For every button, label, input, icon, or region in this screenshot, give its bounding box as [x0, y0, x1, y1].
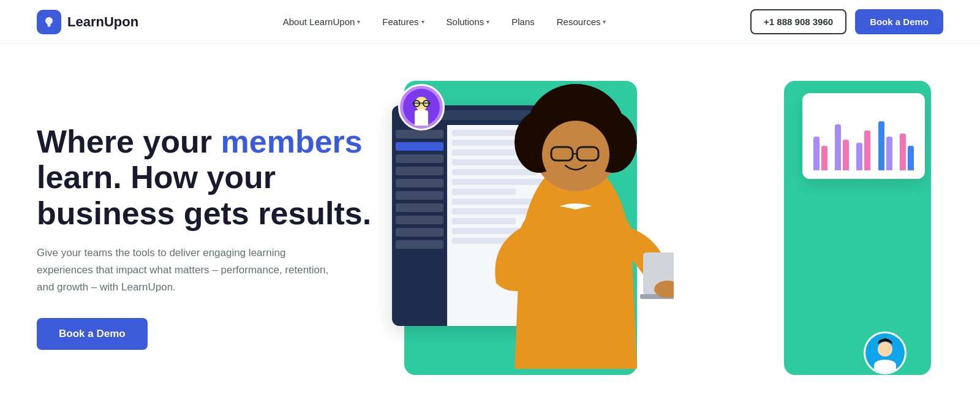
- nav-solutions[interactable]: Solutions ▾: [438, 12, 499, 32]
- woman-figure: [478, 75, 674, 393]
- chart-card: [802, 93, 925, 179]
- hero-subtext: Give your teams the tools to deliver eng…: [37, 244, 331, 296]
- book-demo-header-button[interactable]: Book a Demo: [855, 9, 943, 34]
- sidebar-mock-item: [396, 179, 443, 187]
- chart-bar: [856, 143, 862, 170]
- sidebar-mock-item: [396, 191, 443, 200]
- avatar-bottom-right: [864, 331, 907, 374]
- chart-bar: [835, 124, 841, 170]
- heading-highlight: members: [221, 124, 363, 159]
- chart-bar-group: [835, 124, 849, 170]
- sidebar-mock-item: [396, 203, 443, 212]
- chart-bar: [878, 121, 884, 170]
- chart-bar: [908, 146, 914, 170]
- book-demo-hero-button[interactable]: Book a Demo: [37, 318, 148, 350]
- header-actions: +1 888 908 3960 Book a Demo: [750, 9, 943, 34]
- hero-illustration: [380, 69, 943, 405]
- chevron-down-icon: ▾: [486, 18, 489, 25]
- logo[interactable]: LearnUpon: [37, 10, 138, 34]
- chart-bar-group: [878, 121, 892, 170]
- sidebar-mock-item: [396, 216, 443, 224]
- sidebar-mock-item-active: [396, 142, 443, 151]
- sidebar-mock: [392, 125, 447, 326]
- phone-button[interactable]: +1 888 908 3960: [750, 9, 846, 34]
- avatar-top-left: [398, 84, 445, 131]
- svg-rect-3: [412, 102, 431, 104]
- sidebar-mock-item: [396, 228, 443, 237]
- nav-resources[interactable]: Resources ▾: [548, 12, 615, 32]
- main-nav: About LearnUpon ▾ Features ▾ Solutions ▾…: [274, 12, 615, 32]
- site-header: LearnUpon About LearnUpon ▾ Features ▾ S…: [0, 0, 980, 44]
- nav-plans[interactable]: Plans: [503, 12, 543, 32]
- chart-bar: [900, 134, 906, 170]
- hero-section: Where your members learn. How your busin…: [0, 44, 980, 405]
- chart-bar-group: [813, 137, 827, 170]
- chart-bar: [864, 131, 870, 170]
- sidebar-mock-item: [396, 240, 443, 249]
- hero-content: Where your members learn. How your busin…: [37, 124, 380, 350]
- hero-heading: Where your members learn. How your busin…: [37, 124, 380, 231]
- nav-features[interactable]: Features ▾: [374, 12, 432, 32]
- chart-bar: [813, 137, 820, 170]
- chart-bar: [886, 137, 892, 170]
- nav-about[interactable]: About LearnUpon ▾: [274, 12, 369, 32]
- chevron-down-icon: ▾: [357, 18, 360, 25]
- chart-bar-group: [856, 131, 870, 170]
- svg-point-20: [878, 342, 892, 357]
- logo-text: LearnUpon: [67, 14, 138, 30]
- chevron-down-icon: ▾: [603, 18, 606, 25]
- sidebar-mock-item: [396, 167, 443, 175]
- chevron-down-icon: ▾: [421, 18, 424, 25]
- heading-part2: learn. How your business gets results.: [37, 159, 371, 230]
- chart-bar: [821, 146, 827, 170]
- logo-icon: [37, 10, 61, 34]
- svg-rect-0: [48, 26, 51, 27]
- sidebar-mock-item: [396, 130, 443, 138]
- sidebar-mock-item: [396, 154, 443, 163]
- chart-bar-group: [900, 134, 914, 170]
- heading-part1: Where your: [37, 124, 221, 159]
- chart-bar: [843, 140, 849, 170]
